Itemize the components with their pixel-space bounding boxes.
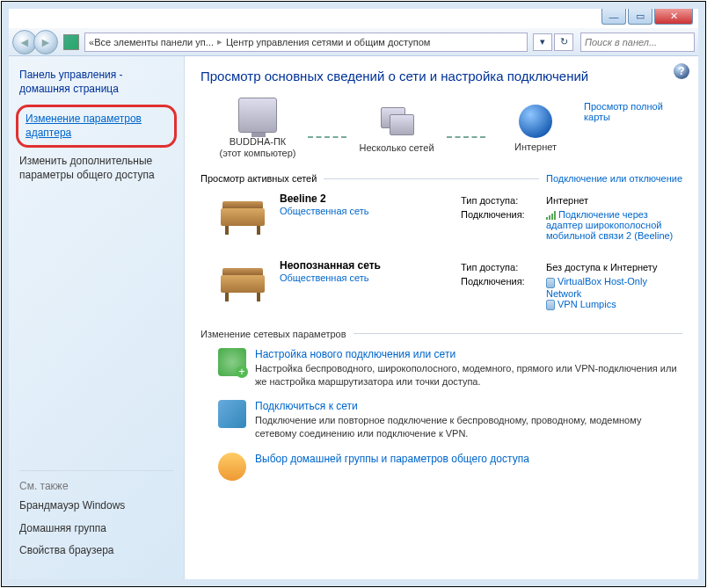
map-internet[interactable]: Интернет <box>487 105 584 153</box>
bench-icon <box>218 192 267 235</box>
map-connector <box>308 136 346 138</box>
task-link[interactable]: Подключиться к сети <box>255 400 682 412</box>
breadcrumb[interactable]: « Все элементы панели уп... ▸ Центр упра… <box>84 33 528 52</box>
task-link[interactable]: Настройка нового подключения или сети <box>255 348 682 360</box>
task-item: Настройка нового подключения или сети На… <box>200 348 682 388</box>
nav-forward-button[interactable]: ► <box>33 30 58 54</box>
network-type-link[interactable]: Общественная сеть <box>280 272 369 283</box>
sidebar: Панель управления - домашняя страница Из… <box>9 56 185 579</box>
connect-disconnect-link[interactable]: Подключение или отключение <box>546 173 682 184</box>
homegroup-link[interactable]: Домашняя группа <box>19 522 173 536</box>
map-networks[interactable]: Несколько сетей <box>348 104 445 154</box>
minimize-button[interactable]: — <box>601 9 626 25</box>
refresh-button[interactable]: ↻ <box>554 33 573 51</box>
maximize-button[interactable]: ▭ <box>628 9 652 25</box>
toolbar: ◄ ► « Все элементы панели уп... ▸ Центр … <box>9 28 698 56</box>
new-connection-icon <box>218 348 246 376</box>
change-params-label: Изменение сетевых параметров <box>200 329 346 339</box>
map-connector <box>447 136 485 138</box>
connection-link[interactable]: Подключение через адаптер широкополосной… <box>546 209 673 241</box>
browser-props-link[interactable]: Свойства браузера <box>19 544 173 558</box>
search-box[interactable] <box>580 33 695 52</box>
help-icon[interactable]: ? <box>674 63 689 79</box>
network-type-link[interactable]: Общественная сеть <box>280 206 369 216</box>
network-name: Beeline 2 <box>280 192 456 205</box>
breadcrumb-item[interactable]: Все элементы панели уп... <box>94 37 214 47</box>
map-this-pc[interactable]: BUDDHA-ПК (этот компьютер) <box>209 98 306 159</box>
adapter-settings-link[interactable]: Изменение параметров адаптера <box>16 105 177 148</box>
breadcrumb-item[interactable]: Центр управления сетями и общим доступом <box>226 37 430 47</box>
page-title: Просмотр основных сведений о сети и наст… <box>200 69 682 83</box>
task-item: Подключиться к сети Подключение или повт… <box>200 400 682 440</box>
firewall-link[interactable]: Брандмауэр Windows <box>19 499 173 513</box>
breadcrumb-dropdown-button[interactable]: ▾ <box>533 33 552 51</box>
adapter-icon <box>546 300 555 310</box>
signal-icon <box>546 211 557 220</box>
network-name: Неопознанная сеть <box>280 259 456 272</box>
task-link[interactable]: Выбор домашней группы и параметров общег… <box>255 453 682 465</box>
chevron-right-icon: ▸ <box>214 36 226 47</box>
connect-network-icon <box>218 400 246 428</box>
control-panel-icon <box>63 34 79 50</box>
connection-link[interactable]: VirtualBox Host-Only Network <box>546 276 647 298</box>
full-map-link[interactable]: Просмотр полной карты <box>584 101 682 122</box>
network-item: Beeline 2 Общественная сеть Тип доступа:… <box>200 192 682 243</box>
globe-icon <box>519 105 552 138</box>
bench-icon <box>218 259 267 301</box>
adapter-icon <box>546 278 555 288</box>
close-button[interactable]: ✕ <box>654 9 693 25</box>
networks-icon <box>377 104 416 139</box>
task-item: Выбор домашней группы и параметров общег… <box>200 453 682 481</box>
see-also-label: См. также <box>19 470 173 492</box>
homegroup-icon <box>218 453 246 481</box>
sidebar-home-link[interactable]: Панель управления - домашняя страница <box>19 69 173 96</box>
computer-icon <box>238 98 277 133</box>
sharing-settings-link[interactable]: Изменить дополнительные параметры общего… <box>19 155 173 182</box>
search-input[interactable] <box>585 37 690 47</box>
connection-link[interactable]: VPN Lumpics <box>558 299 616 309</box>
network-item: Неопознанная сеть Общественная сеть Тип … <box>200 259 682 312</box>
main-content: ? Просмотр основных сведений о сети и на… <box>185 56 698 579</box>
active-networks-label: Просмотр активных сетей <box>200 173 317 184</box>
